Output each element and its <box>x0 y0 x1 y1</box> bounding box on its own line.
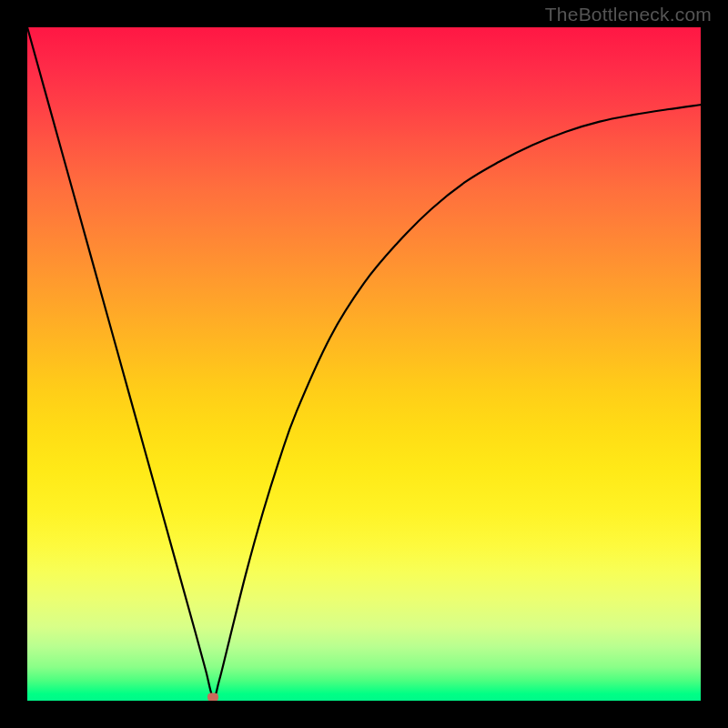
watermark-text: TheBottleneck.com <box>545 4 712 25</box>
min-marker-icon <box>207 693 218 701</box>
plot-area <box>27 27 701 701</box>
bottleneck-curve <box>27 27 701 701</box>
